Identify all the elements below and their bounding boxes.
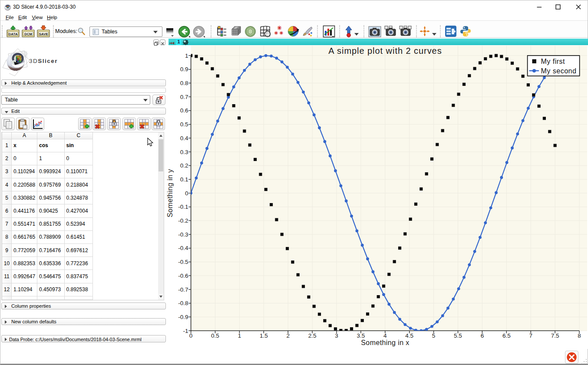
svg-text:6: 6: [481, 332, 484, 339]
svg-text:0.3: 0.3: [180, 149, 188, 155]
svg-text:2: 2: [286, 332, 290, 339]
svg-text:0.1: 0.1: [180, 176, 188, 183]
svg-text:DATA: DATA: [8, 32, 17, 36]
svg-text:1: 1: [238, 332, 241, 339]
svg-text:-0.2: -0.2: [178, 217, 188, 224]
svg-text:7.5: 7.5: [551, 332, 559, 339]
svg-text:-0.6: -0.6: [178, 273, 188, 279]
svg-text:3: 3: [335, 332, 338, 339]
svg-text:My second: My second: [541, 67, 577, 75]
svg-text:1: 1: [185, 53, 188, 59]
svg-text:8: 8: [578, 332, 581, 339]
svg-text:0.4: 0.4: [180, 135, 188, 141]
svg-text:DCM: DCM: [24, 32, 33, 36]
svg-text:2.5: 2.5: [308, 332, 317, 339]
svg-text:-0.1: -0.1: [178, 204, 188, 210]
svg-text:-1: -1: [183, 328, 188, 334]
svg-text:0.5: 0.5: [211, 332, 219, 339]
svg-text:0.6: 0.6: [180, 107, 188, 114]
svg-text:✳: ✳: [279, 30, 284, 36]
svg-text:-0.3: -0.3: [178, 231, 188, 238]
svg-text:5.5: 5.5: [454, 332, 462, 339]
svg-text:4: 4: [383, 332, 387, 339]
svg-text:-0.5: -0.5: [178, 259, 188, 265]
svg-text:A simple plot with 2 curves: A simple plot with 2 curves: [328, 46, 442, 56]
svg-text:3.5: 3.5: [357, 332, 365, 339]
svg-text:5: 5: [432, 332, 436, 339]
svg-text:0.9: 0.9: [180, 66, 188, 72]
svg-text:0.5: 0.5: [180, 121, 188, 128]
svg-text:7: 7: [529, 332, 532, 339]
svg-text:Something in x: Something in x: [361, 339, 409, 346]
svg-text:My first: My first: [541, 58, 565, 65]
svg-text:-0.9: -0.9: [178, 314, 188, 320]
svg-text:0.2: 0.2: [180, 162, 188, 169]
svg-text:-0.8: -0.8: [178, 300, 188, 306]
svg-text:✳: ✳: [274, 30, 278, 36]
svg-text:1.5: 1.5: [260, 332, 268, 339]
svg-text:0: 0: [185, 190, 188, 197]
svg-text:0: 0: [189, 332, 193, 339]
svg-text:4.5: 4.5: [405, 332, 413, 339]
svg-text:-0.4: -0.4: [178, 245, 188, 251]
svg-text:SAVE: SAVE: [39, 32, 48, 36]
svg-text:6.5: 6.5: [502, 332, 511, 339]
svg-text:0.8: 0.8: [180, 80, 188, 86]
svg-text:-0.7: -0.7: [178, 286, 188, 293]
svg-text:0.7: 0.7: [180, 94, 188, 100]
